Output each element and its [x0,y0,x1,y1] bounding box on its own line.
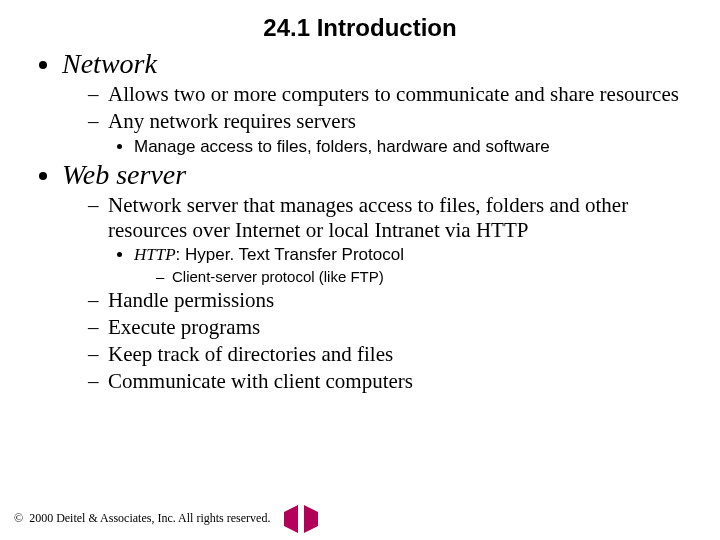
http-item: HTTP: Hyper. Text Transfer Protocol Clie… [134,244,692,286]
webserver-sub-5-text: Communicate with client computers [108,369,413,393]
webserver-sub-4: Keep track of directories and files [88,342,692,367]
bullet-network: Network Allows two or more computers to … [62,48,692,157]
bullet-webserver-label: Web server [62,159,186,190]
webserver-sub-4-text: Keep track of directories and files [108,342,393,366]
slide: 24.1 Introduction Network Allows two or … [0,0,720,540]
copyright-text: 2000 Deitel & Associates, Inc. All right… [29,511,270,526]
bullet-list-level3: Manage access to files, folders, hardwar… [108,136,692,157]
arrow-right-icon [304,505,318,533]
bullet-webserver: Web server Network server that manages a… [62,159,692,394]
webserver-sub-1-text: Network server that manages access to fi… [108,193,628,242]
arrow-left-icon [284,505,298,533]
webserver-sub-1: Network server that manages access to fi… [88,193,692,287]
copyright-symbol: © [14,511,23,526]
http-rest: : Hyper. Text Transfer Protocol [176,245,404,264]
http-sub-1: Client-server protocol (like FTP) [156,268,692,287]
next-slide-button[interactable] [304,512,320,526]
webserver-sub-2: Handle permissions [88,288,692,313]
webserver-sub-3-text: Execute programs [108,315,260,339]
bullet-list-level3: HTTP: Hyper. Text Transfer Protocol Clie… [108,244,692,286]
network-sub-1-text: Allows two or more computers to communic… [108,82,679,106]
footer: © 2000 Deitel & Associates, Inc. All rig… [14,511,320,526]
webserver-sub-5: Communicate with client computers [88,369,692,394]
prev-slide-button[interactable] [284,512,300,526]
bullet-list-level1: Network Allows two or more computers to … [28,48,692,393]
network-sub-1: Allows two or more computers to communic… [88,82,692,107]
network-sub-2-a-text: Manage access to files, folders, hardwar… [134,137,550,156]
network-sub-2-text: Any network requires servers [108,109,356,133]
nav-arrows [284,512,320,526]
http-sub-1-text: Client-server protocol (like FTP) [172,268,384,285]
network-sub-2-a: Manage access to files, folders, hardwar… [134,136,692,157]
bullet-network-label: Network [62,48,157,79]
http-term: HTTP [134,245,176,264]
network-sub-2: Any network requires servers Manage acce… [88,109,692,157]
bullet-list-level2: Network server that manages access to fi… [62,193,692,394]
webserver-sub-3: Execute programs [88,315,692,340]
bullet-list-level4: Client-server protocol (like FTP) [134,268,692,287]
bullet-list-level2: Allows two or more computers to communic… [62,82,692,157]
webserver-sub-2-text: Handle permissions [108,288,274,312]
slide-title: 24.1 Introduction [28,14,692,42]
